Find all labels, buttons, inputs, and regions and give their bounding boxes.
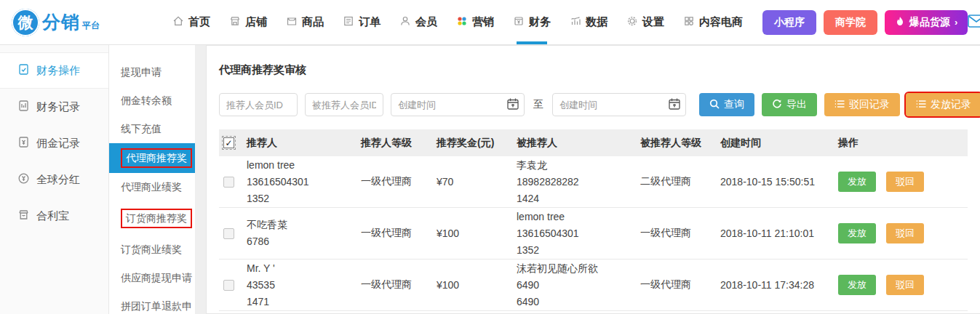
hot-products-button[interactable]: 爆品货源 › bbox=[885, 10, 968, 35]
list-icon bbox=[834, 99, 845, 110]
nav-item-settings[interactable]: 设置 bbox=[617, 0, 674, 44]
submenu-item-agent-performance-award[interactable]: 代理商业绩奖 bbox=[109, 173, 195, 201]
created-time-cell: 2018-10-15 15:50:51 bbox=[720, 176, 838, 188]
marketing-icon bbox=[456, 15, 468, 29]
goods-icon bbox=[286, 15, 298, 29]
shop-icon bbox=[229, 15, 241, 29]
member-icon bbox=[399, 15, 411, 29]
query-button[interactable]: 查询 bbox=[699, 93, 754, 116]
col-header-referred: 被推荐人 bbox=[517, 137, 640, 150]
actions-cell: 发放 驳回 bbox=[838, 275, 968, 295]
col-header-referrer: 推荐人 bbox=[247, 137, 361, 150]
issue-button[interactable]: 发放 bbox=[838, 223, 876, 243]
sidebar-item-commission-records[interactable]: 佣金记录 bbox=[0, 125, 108, 161]
sidebar-item-helibao[interactable]: 合利宝 bbox=[0, 198, 108, 234]
referrer-cell: 不吃香菜 6786 bbox=[247, 217, 361, 250]
logo-suffix-text: 平台 bbox=[82, 20, 100, 32]
referred-cell: lemon tree 13616504301 1352 bbox=[517, 209, 640, 259]
export-button[interactable]: 导出 bbox=[762, 93, 817, 116]
referred-cell: 李袁龙 18982828282 1424 bbox=[517, 157, 640, 207]
global-dividend-icon bbox=[17, 172, 30, 187]
col-header-referrer-level: 推荐人等级 bbox=[361, 137, 437, 150]
issue-button[interactable]: 发放 bbox=[838, 172, 876, 192]
nav-item-home[interactable]: 首页 bbox=[163, 0, 220, 44]
business-school-button[interactable]: 商学院 bbox=[824, 10, 877, 35]
col-header-created: 创建时间 bbox=[720, 137, 838, 150]
order-icon bbox=[343, 15, 354, 29]
row-checkbox[interactable] bbox=[223, 177, 234, 188]
nav-item-marketing[interactable]: 营销 bbox=[447, 0, 503, 44]
reject-button[interactable]: 驳回 bbox=[886, 275, 924, 295]
submenu-item-agent-referral-award[interactable]: 代理商推荐奖 bbox=[109, 143, 195, 173]
col-header-actions: 操作 bbox=[838, 137, 968, 150]
record-buttons: 驳回记录 发放记录 bbox=[824, 93, 980, 116]
col-header-bonus: 推荐奖金(元) bbox=[437, 137, 517, 150]
referred-level-cell: 一级代理商 bbox=[640, 278, 720, 291]
col-header-referred-level: 被推荐人等级 bbox=[640, 137, 720, 150]
content-ecommerce-icon bbox=[683, 15, 695, 29]
referred-id-input[interactable] bbox=[305, 93, 383, 116]
row-checkbox[interactable] bbox=[223, 228, 234, 239]
calendar-icon[interactable] bbox=[506, 97, 519, 113]
mail-icon[interactable] bbox=[968, 15, 980, 30]
main-panel: 代理商推荐奖审核 至 查询 导出 bbox=[206, 45, 980, 314]
select-all-checkbox[interactable]: ✓ bbox=[223, 137, 234, 148]
sidebar-item-finance-operations[interactable]: 财务操作 bbox=[0, 52, 108, 89]
nav-item-order[interactable]: 订单 bbox=[333, 0, 390, 44]
finance-ops-icon bbox=[17, 63, 30, 78]
table-row: Mr. Y ' 43535 1471 一级代理商 ¥100 沫若初见随心所欲 6… bbox=[219, 259, 968, 311]
finance-records-icon bbox=[17, 100, 30, 114]
submenu-item-commission-to-balance[interactable]: 佣金转余额 bbox=[109, 86, 195, 115]
referrer-cell: Mr. Y ' 43535 1471 bbox=[247, 260, 361, 310]
referred-level-cell: 一级代理商 bbox=[640, 227, 720, 240]
secondary-sidebar: 提现申请 佣金转余额 线下充值 代理商推荐奖 代理商业绩奖 订货商推荐奖 订货商… bbox=[109, 45, 195, 314]
logo-circle-icon: 微 bbox=[12, 9, 39, 36]
referrer-id-input[interactable] bbox=[219, 93, 298, 116]
primary-sidebar: 财务操作 财务记录 佣金记录 全球分红 合利宝 bbox=[0, 45, 109, 314]
row-checkbox[interactable] bbox=[223, 280, 234, 291]
nav-item-finance[interactable]: 财务 bbox=[503, 0, 560, 44]
table-row: 不吃香菜 6786 一级代理商 ¥100 lemon tree 13616504… bbox=[219, 208, 968, 259]
user-area: 启博微分销 bbox=[968, 15, 980, 31]
submenu-item-withdrawal-application[interactable]: 提现申请 bbox=[109, 58, 195, 86]
settings-icon bbox=[626, 15, 638, 29]
reject-records-button[interactable]: 驳回记录 bbox=[824, 93, 900, 116]
created-end-input[interactable] bbox=[552, 93, 686, 116]
content-area: 财务操作 财务记录 佣金记录 全球分红 合利宝 提现申请 佣金转余额 线下充值 … bbox=[0, 45, 980, 314]
nav-item-content-ecommerce[interactable]: 内容电商 bbox=[674, 0, 752, 44]
submenu-item-dealer-performance-award[interactable]: 订货商业绩奖 bbox=[109, 236, 195, 264]
main-nav: 首页 店铺 商品 订单 会员 营销 财务 数据 bbox=[163, 0, 752, 44]
actions-cell: 发放 驳回 bbox=[838, 223, 968, 243]
sidebar-item-finance-records[interactable]: 财务记录 bbox=[0, 89, 108, 125]
annotation-box: 代理商推荐奖 bbox=[121, 148, 192, 168]
helibao-icon bbox=[17, 209, 30, 223]
created-start-input[interactable] bbox=[391, 93, 525, 116]
bonus-cell: ¥100 bbox=[437, 279, 517, 291]
submenu-item-offline-recharge[interactable]: 线下充值 bbox=[109, 115, 195, 143]
referrer-cell: lemon tree 13616504301 1352 bbox=[247, 157, 361, 207]
page-title: 代理商推荐奖审核 bbox=[219, 63, 968, 77]
mini-program-button[interactable]: 小程序 bbox=[762, 10, 816, 35]
calendar-icon[interactable] bbox=[668, 97, 681, 113]
finance-icon bbox=[513, 15, 525, 29]
bonus-cell: ¥100 bbox=[437, 228, 517, 239]
export-refresh-icon bbox=[772, 99, 782, 111]
home-icon bbox=[172, 15, 184, 29]
created-end-field bbox=[552, 93, 686, 116]
nav-item-goods[interactable]: 商品 bbox=[276, 0, 333, 44]
filter-bar: 至 查询 导出 驳回记录 发放记录 bbox=[219, 93, 968, 116]
referred-level-cell: 二级代理商 bbox=[640, 175, 720, 188]
nav-item-shop[interactable]: 店铺 bbox=[220, 0, 276, 44]
brand-logo: 微 分销 平台 bbox=[12, 9, 143, 36]
reject-button[interactable]: 驳回 bbox=[886, 223, 924, 243]
issue-records-button[interactable]: 发放记录 bbox=[906, 93, 980, 116]
reject-button[interactable]: 驳回 bbox=[886, 172, 924, 192]
submenu-item-group-order-refund[interactable]: 拼团订单退款申请 bbox=[109, 292, 195, 314]
nav-item-data[interactable]: 数据 bbox=[560, 0, 617, 44]
nav-item-member[interactable]: 会员 bbox=[390, 0, 447, 44]
issue-button[interactable]: 发放 bbox=[838, 275, 876, 295]
table-row: lemon tree 13616504301 1352 一级代理商 ¥70 李袁… bbox=[219, 156, 968, 208]
sidebar-item-global-dividend[interactable]: 全球分红 bbox=[0, 161, 108, 198]
submenu-item-supplier-withdrawal[interactable]: 供应商提现申请 bbox=[109, 264, 195, 292]
submenu-item-dealer-referral-award[interactable]: 订货商推荐奖 bbox=[109, 201, 195, 236]
